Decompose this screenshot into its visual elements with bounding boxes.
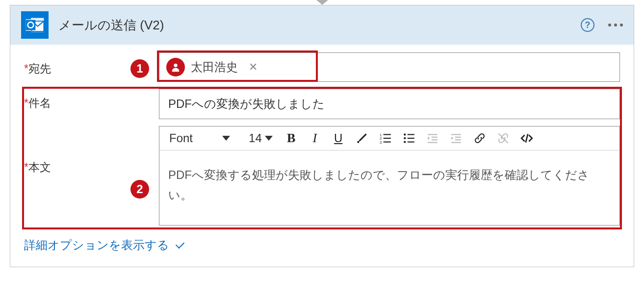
svg-rect-17 <box>407 142 414 143</box>
person-icon <box>166 58 185 76</box>
svg-rect-7 <box>383 134 390 135</box>
numbered-list-button[interactable]: 123 <box>376 129 395 147</box>
advanced-link-label: 詳細オプションを表示する <box>24 237 169 253</box>
recipient-chip: 太田浩史 ✕ <box>164 56 263 78</box>
action-card: メールの送信 (V2) ? *宛先 1 太田浩史 <box>10 5 634 267</box>
svg-text:3: 3 <box>380 140 382 145</box>
unlink-button[interactable] <box>493 129 513 147</box>
svg-point-5 <box>357 141 359 143</box>
svg-line-27 <box>526 134 528 142</box>
card-header: メールの送信 (V2) ? <box>10 5 634 45</box>
caret-down-icon <box>222 136 230 141</box>
body-label: *本文 <box>24 160 51 175</box>
svg-rect-18 <box>428 134 438 135</box>
svg-rect-24 <box>455 139 461 140</box>
field-body-row: *本文 2 Font 14 B I <box>24 126 620 226</box>
svg-rect-23 <box>455 137 461 138</box>
font-label: Font <box>169 131 193 145</box>
svg-rect-11 <box>383 142 390 143</box>
field-to-row: *宛先 1 太田浩史 ✕ <box>24 52 620 82</box>
svg-point-16 <box>404 141 406 143</box>
outdent-button[interactable] <box>423 129 442 147</box>
svg-rect-25 <box>451 142 461 143</box>
svg-rect-21 <box>428 142 438 143</box>
callout-badge-1: 1 <box>130 59 149 78</box>
field-subject-row: *件名 PDFへの変換が失敗しました <box>24 89 620 119</box>
body-editor[interactable]: PDFへ変換する処理が失敗しましたので、フローの実行履歴を確認してください。 <box>159 150 620 226</box>
card-title: メールの送信 (V2) <box>58 17 571 34</box>
help-icon[interactable]: ? <box>581 18 594 32</box>
svg-rect-9 <box>383 138 390 139</box>
editor-toolbar: Font 14 B I U <box>159 126 620 150</box>
outlook-icon <box>21 11 49 39</box>
svg-point-14 <box>404 137 406 139</box>
italic-button[interactable]: I <box>305 129 325 147</box>
subject-input[interactable]: PDFへの変換が失敗しました <box>159 89 620 119</box>
to-input[interactable]: 太田浩史 ✕ <box>159 52 620 82</box>
bold-button[interactable]: B <box>282 129 301 147</box>
indent-button[interactable] <box>446 129 466 147</box>
code-view-button[interactable] <box>517 129 537 147</box>
recipient-name: 太田浩史 <box>191 59 238 75</box>
caret-down-icon <box>265 136 273 141</box>
svg-rect-13 <box>407 134 414 135</box>
svg-rect-22 <box>451 134 461 135</box>
more-menu-icon[interactable] <box>608 24 623 26</box>
to-label: *宛先 <box>24 61 51 76</box>
color-picker-button[interactable] <box>352 129 372 147</box>
link-button[interactable] <box>470 129 489 147</box>
remove-recipient-icon[interactable]: ✕ <box>249 61 258 74</box>
svg-point-12 <box>404 133 406 135</box>
svg-point-4 <box>174 64 177 67</box>
card-body: *宛先 1 太田浩史 ✕ <box>10 45 634 267</box>
callout-badge-2: 2 <box>130 180 149 199</box>
underline-button[interactable]: U <box>329 129 348 147</box>
font-size-value: 14 <box>249 131 262 145</box>
flow-arrow-icon <box>316 0 328 5</box>
svg-rect-19 <box>432 137 438 138</box>
bullet-list-button[interactable] <box>399 129 419 147</box>
svg-rect-20 <box>432 139 438 140</box>
font-select[interactable]: Font <box>165 129 234 147</box>
font-size-select[interactable]: 14 <box>244 129 278 147</box>
chevron-down-icon <box>176 239 184 248</box>
show-advanced-link[interactable]: 詳細オプションを表示する <box>24 237 184 253</box>
svg-rect-15 <box>407 138 414 139</box>
subject-label: *件名 <box>24 96 51 111</box>
